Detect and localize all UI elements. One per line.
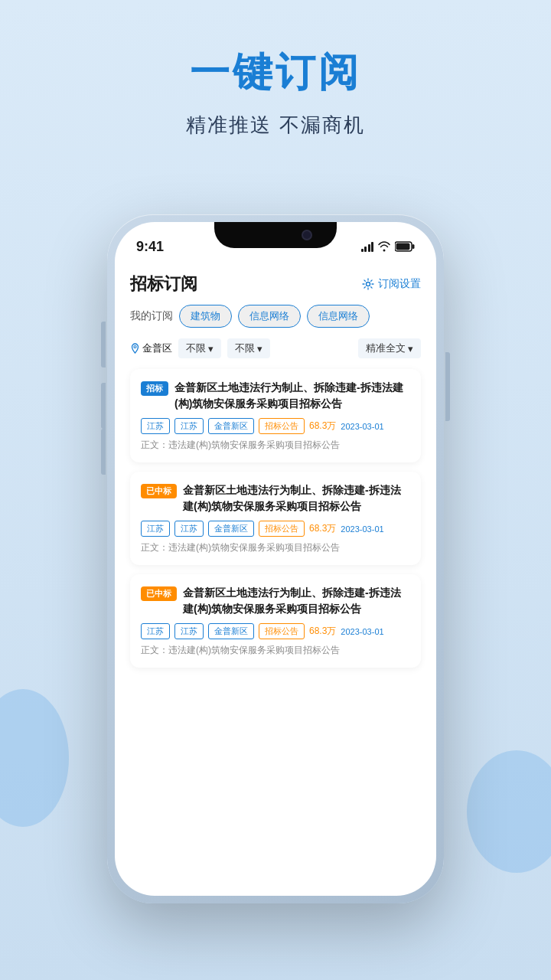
card-1-tags: 江苏 江苏 金普新区 招标公告 68.3万 2023-03-01 (141, 521, 410, 537)
card-1-amount: 68.3万 (309, 522, 336, 535)
card-1-date: 2023-03-01 (341, 524, 383, 534)
filter-1[interactable]: 不限 ▾ (178, 338, 221, 358)
card-0-amount: 68.3万 (309, 420, 336, 433)
svg-rect-1 (412, 244, 415, 249)
filter-1-text: 不限 (186, 341, 206, 355)
bar4 (371, 242, 373, 252)
svg-point-4 (134, 346, 136, 348)
card-0-tags: 江苏 江苏 金普新区 招标公告 68.3万 2023-03-01 (141, 418, 410, 434)
main-title: 一键订阅 (0, 46, 551, 100)
app-content: 招标订阅 订阅设置 我的订阅 建筑物 信息网络 (115, 260, 436, 896)
card-0-region2: 江苏 (174, 418, 204, 434)
page-background: 一键订阅 精准推送 不漏商机 9:41 (0, 0, 551, 980)
card-1-region3: 金普新区 (208, 521, 254, 537)
location-text: 金普区 (142, 341, 172, 355)
card-0-title: 金普新区土地违法行为制止、拆除违建-拆违法建(构)筑物安保服务采购项目招标公告 (174, 380, 410, 412)
svg-point-3 (367, 283, 370, 286)
header-section: 一键订阅 精准推送 不漏商机 (0, 0, 551, 139)
filter-3[interactable]: 精准全文 ▾ (358, 338, 421, 358)
card-2-region3: 金普新区 (208, 623, 254, 639)
filter-row: 金普区 不限 ▾ 不限 ▾ 精准全文 ▾ (130, 338, 421, 358)
wifi-icon (378, 241, 390, 252)
filter-3-text: 精准全文 (366, 341, 406, 355)
my-sub-label: 我的订阅 (130, 309, 173, 323)
filter-location[interactable]: 金普区 (130, 341, 172, 355)
card-0-region1: 江苏 (141, 418, 170, 434)
filter-1-arrow: ▾ (208, 343, 214, 354)
card-2-amount: 68.3万 (309, 625, 336, 638)
tag-btn-0[interactable]: 建筑物 (179, 305, 232, 328)
filter-2[interactable]: 不限 ▾ (227, 338, 270, 358)
filter-2-text: 不限 (235, 341, 255, 355)
location-icon (130, 343, 140, 354)
status-time: 9:41 (136, 239, 164, 255)
card-0-type: 招标公告 (259, 418, 305, 434)
card-1-preview: 正文：违法建(构)筑物安保服务采购项目招标公告 (141, 541, 410, 554)
card-2-type: 招标公告 (259, 623, 305, 639)
card-1-region1: 江苏 (141, 521, 170, 537)
battery-icon (395, 241, 415, 252)
filter-3-arrow: ▾ (408, 343, 413, 354)
settings-label: 订阅设置 (378, 277, 421, 291)
card-2-region1: 江苏 (141, 623, 170, 639)
filter-2-arrow: ▾ (257, 343, 262, 354)
blob-left (0, 689, 69, 827)
card-2[interactable]: 已中标 金普新区土地违法行为制止、拆除违建-拆违法建(构)筑物安保服务采购项目招… (130, 574, 421, 668)
card-2-badge: 已中标 (141, 586, 177, 601)
card-1-region2: 江苏 (174, 521, 204, 537)
card-0-preview: 正文：违法建(构)筑物安保服务采购项目招标公告 (141, 439, 410, 452)
card-0-region3: 金普新区 (208, 418, 254, 434)
status-icons (361, 241, 416, 252)
card-1[interactable]: 已中标 金普新区土地违法行为制止、拆除违建-拆违法建(构)筑物安保服务采购项目招… (130, 472, 421, 565)
signal-icon (361, 241, 374, 252)
phone-mockup: 9:41 (107, 214, 444, 903)
card-1-type: 招标公告 (259, 521, 305, 537)
cards-list: 招标 金普新区土地违法行为制止、拆除违建-拆违法建(构)筑物安保服务采购项目招标… (130, 369, 421, 668)
card-0-badge: 招标 (141, 381, 168, 396)
tag-btn-2[interactable]: 信息网络 (307, 305, 370, 328)
sub-title: 精准推送 不漏商机 (0, 112, 551, 139)
camera-dot (302, 230, 312, 240)
card-0-title-row: 招标 金普新区土地违法行为制止、拆除违建-拆违法建(构)筑物安保服务采购项目招标… (141, 380, 410, 412)
card-1-title-row: 已中标 金普新区土地违法行为制止、拆除违建-拆违法建(构)筑物安保服务采购项目招… (141, 482, 410, 514)
card-2-date: 2023-03-01 (341, 627, 383, 636)
card-1-badge: 已中标 (141, 484, 177, 498)
bar2 (364, 247, 367, 252)
card-0-date: 2023-03-01 (341, 422, 383, 431)
app-header: 招标订阅 订阅设置 (130, 260, 421, 305)
phone-notch (214, 222, 337, 248)
card-2-preview: 正文：违法建(构)筑物安保服务采购项目招标公告 (141, 644, 410, 657)
phone-screen: 9:41 (115, 222, 436, 896)
bar3 (368, 244, 370, 252)
card-0[interactable]: 招标 金普新区土地违法行为制止、拆除违建-拆违法建(构)筑物安保服务采购项目招标… (130, 369, 421, 462)
sub-tags-row: 我的订阅 建筑物 信息网络 信息网络 (130, 305, 421, 328)
card-1-title: 金普新区土地违法行为制止、拆除违建-拆违法建(构)筑物安保服务采购项目招标公告 (183, 482, 410, 514)
app-title: 招标订阅 (130, 273, 197, 296)
card-2-tags: 江苏 江苏 金普新区 招标公告 68.3万 2023-03-01 (141, 623, 410, 639)
card-2-title-row: 已中标 金普新区土地违法行为制止、拆除违建-拆违法建(构)筑物安保服务采购项目招… (141, 585, 410, 617)
bar1 (361, 249, 364, 252)
phone-outer-shell: 9:41 (107, 214, 444, 903)
card-2-region2: 江苏 (174, 623, 204, 639)
tag-btn-1[interactable]: 信息网络 (238, 305, 301, 328)
blob-right (467, 750, 551, 873)
svg-rect-2 (396, 243, 410, 250)
settings-icon (362, 278, 374, 290)
settings-button[interactable]: 订阅设置 (362, 277, 421, 291)
card-2-title: 金普新区土地违法行为制止、拆除违建-拆违法建(构)筑物安保服务采购项目招标公告 (183, 585, 410, 617)
